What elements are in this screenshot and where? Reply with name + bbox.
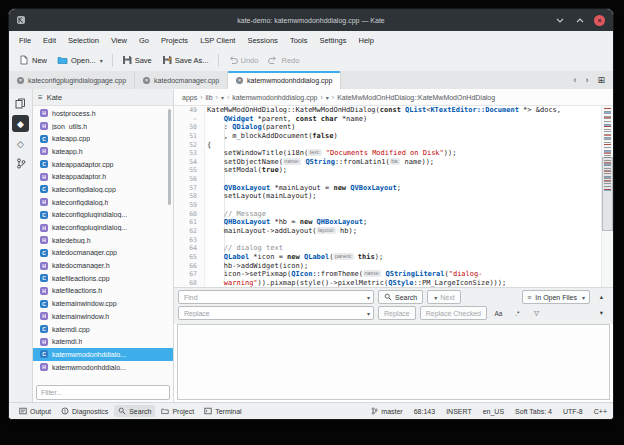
match-case-icon[interactable]: Aa (491, 306, 506, 320)
menu-item-help[interactable]: Help (353, 34, 380, 47)
minimap-thumb[interactable] (602, 157, 613, 231)
code-line[interactable]: 52{ (174, 141, 613, 150)
editor-tab[interactable]: ×katedocmanager.cpp (135, 71, 228, 89)
git-branch[interactable]: master (371, 407, 402, 415)
code-line[interactable]: 61 QHBoxLayout *hb = new QHBoxLayout; (174, 218, 613, 227)
search-results-area[interactable] (177, 324, 610, 400)
terminal-toggle[interactable]: Terminal (200, 405, 245, 417)
find-input[interactable] (182, 293, 367, 302)
file-item[interactable]: Hjson_utils.h (33, 120, 173, 133)
open-dropdown-icon[interactable]: ▾ (100, 57, 103, 64)
breadcrumb-file[interactable]: katemwmodonhddialog.cpp (232, 94, 317, 101)
file-item[interactable]: Hkatefileactions.h (33, 285, 173, 298)
replace-button[interactable]: Replace (378, 306, 416, 320)
file-item[interactable]: Hhostprocess.h (33, 107, 173, 120)
diagnostics-toggle[interactable]: Diagnostics (57, 405, 112, 417)
git-tool-icon[interactable] (12, 155, 29, 172)
symbols-tool-icon[interactable]: ◇ (12, 135, 29, 152)
code-line[interactable]: 51 , m_blockAddDocument(false) (174, 132, 613, 141)
output-toggle[interactable]: Output (15, 405, 55, 417)
projects-tool-icon[interactable]: ◆ (12, 115, 29, 132)
menu-item-lsp-client[interactable]: LSP Client (194, 34, 241, 47)
dictionary[interactable]: en_US (483, 408, 504, 415)
code-line[interactable]: 66 hb->addWidget(icon); (174, 262, 613, 271)
new-button[interactable]: New (14, 52, 52, 68)
file-item[interactable]: Hkateapp.h (33, 145, 173, 158)
code-line[interactable]: 49KateMwModOnHdDialog::KateMwModOnHdDial… (174, 106, 613, 115)
file-item[interactable]: Ckatemdi.cpp (33, 323, 173, 336)
code-line[interactable]: 57 QVBoxLayout *mainLayout = new QVBoxLa… (174, 184, 613, 193)
tab-settings[interactable]: Soft Tabs: 4 (515, 408, 552, 415)
menu-item-selection[interactable]: Selection (62, 34, 105, 47)
menu-item-go[interactable]: Go (133, 34, 155, 47)
tab-scroll-left-icon[interactable]: ‹ (569, 74, 580, 86)
next-button[interactable]: ▾ Next (427, 290, 460, 304)
code-line[interactable]: ~ QWidget *parent, const char *name) (174, 115, 613, 124)
project-panel-header[interactable]: ≡ Kate (33, 89, 173, 106)
breadcrumb-expander-icon[interactable]: ▾ (221, 94, 224, 101)
project-menu-icon[interactable]: ≡ (38, 93, 43, 102)
code-line[interactable]: 68 warning")).pixmap(style()->pixelMetri… (174, 279, 613, 287)
split-view-icon[interactable]: ⊞ (593, 74, 609, 86)
file-item[interactable]: Hkatemdi.h (33, 335, 173, 348)
code-line[interactable]: 58 setLayout(mainLayout); (174, 192, 613, 201)
panel-options-icon[interactable]: ▾ (594, 306, 609, 320)
find-dropdown-icon[interactable]: ▾ (367, 294, 370, 301)
menu-item-file[interactable]: File (13, 34, 37, 47)
file-item[interactable]: Ckatedocmanager.cpp (33, 247, 173, 260)
menu-item-projects[interactable]: Projects (155, 34, 194, 47)
file-item[interactable]: Hkatemainwindow.h (33, 310, 173, 323)
syntax-mode[interactable]: C++ (594, 408, 607, 415)
file-item[interactable]: Hkateappadaptor.h (33, 170, 173, 183)
menu-item-tools[interactable]: Tools (284, 34, 314, 47)
tab-close-icon[interactable]: × (143, 77, 150, 84)
menu-item-view[interactable]: View (105, 34, 133, 47)
close-button[interactable]: × (594, 15, 605, 26)
menu-item-settings[interactable]: Settings (313, 34, 352, 47)
code-line[interactable]: 67 icon->setPixmap(QIcon::fromTheme(name… (174, 270, 613, 279)
maximize-button[interactable] (574, 14, 586, 26)
tab-close-icon[interactable]: × (17, 77, 24, 84)
code-line[interactable]: 64 // dialog text (174, 244, 613, 253)
breadcrumb-expander-icon[interactable]: ▾ (326, 94, 329, 101)
regex-icon[interactable]: .* (510, 306, 525, 320)
search-button[interactable]: Search (378, 290, 423, 304)
code-editor[interactable]: 49KateMwModOnHdDialog::KateMwModOnHdDial… (174, 106, 613, 287)
replace-input[interactable] (182, 309, 367, 318)
replace-dropdown-icon[interactable]: ▾ (367, 310, 370, 317)
file-item[interactable]: Ckateconfigdialog.cpp (33, 183, 173, 196)
undo-button[interactable]: Undo (223, 53, 264, 68)
cursor-position[interactable]: 68:143 (414, 408, 435, 415)
file-item[interactable]: Hkatemwmodonhddialo... (33, 361, 173, 374)
file-item[interactable]: Hkateconfigdialog.h (33, 196, 173, 209)
encoding[interactable]: UTF-8 (563, 408, 583, 415)
editor-tab[interactable]: ×katemwmodonhddialog.cpp (228, 71, 341, 89)
save-as-button[interactable]: Save As... (157, 52, 214, 68)
editor-tab[interactable]: ×kateconfigplugindialogpage.cpp (9, 71, 135, 89)
code-line[interactable]: 62 mainLayout->addLayout(layout: hb); (174, 227, 613, 236)
file-item[interactable]: Hkatedebug.h (33, 234, 173, 247)
save-button[interactable]: Save (117, 52, 157, 68)
tree-scrollbar[interactable] (168, 109, 171, 205)
code-line[interactable]: 56 (174, 175, 613, 184)
input-mode[interactable]: INSERT (446, 408, 472, 415)
replace-checked-button[interactable]: Replace Checked (420, 306, 487, 320)
code-line[interactable]: 53 setWindowTitle(i18n(text: "Documents … (174, 149, 613, 158)
code-line[interactable]: 55 setModal(true); (174, 166, 613, 175)
breadcrumb-apps[interactable]: apps (182, 94, 197, 101)
code-line[interactable]: 60 // Message (174, 210, 613, 219)
filter-input[interactable] (37, 389, 169, 396)
project-toggle[interactable]: Project (157, 405, 198, 417)
open-button[interactable]: Open... ▾ (52, 52, 108, 68)
redo-button[interactable]: Redo (263, 53, 304, 68)
file-item[interactable]: Ckatemwmodonhddialo... (33, 348, 173, 361)
code-line[interactable]: 59 (174, 201, 613, 210)
file-item[interactable]: Ckateapp.cpp (33, 132, 173, 145)
minimap[interactable] (601, 106, 613, 287)
code-line[interactable]: 63 (174, 236, 613, 245)
file-item[interactable]: Hkateconfigplugindialog... (33, 221, 173, 234)
file-item[interactable]: Hkatedocmanager.h (33, 259, 173, 272)
tab-close-icon[interactable]: × (236, 77, 243, 84)
code-line[interactable]: 65 QLabel *icon = new QLabel(parent: thi… (174, 253, 613, 262)
code-line[interactable]: 54 setObjectName(name: QString::fromLati… (174, 158, 613, 167)
